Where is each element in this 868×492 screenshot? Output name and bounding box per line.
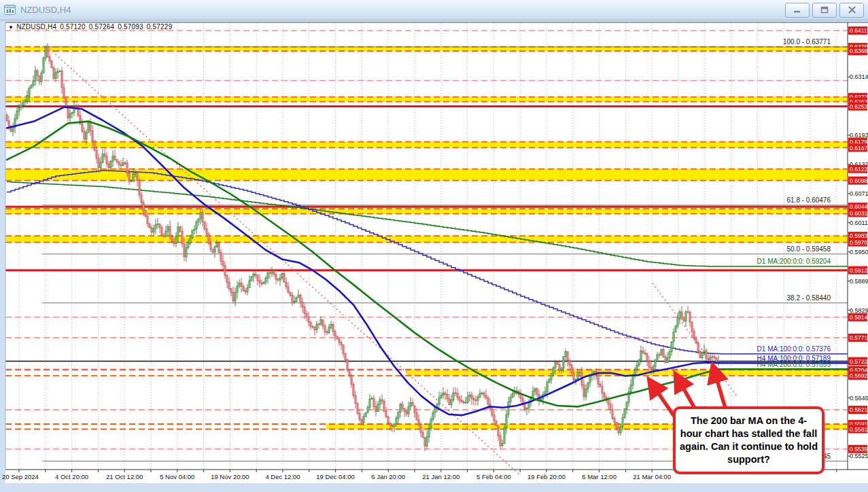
level-price-label: 0.60988 [850,177,868,184]
level-price-label: 0.57226 [850,358,868,365]
price-label: 0.63145 [850,73,868,80]
window-titlebar[interactable]: NZDUSD,H4 [0,0,868,20]
level-price-label: 0.61671 [850,145,868,152]
price-label: 0.56465 [850,395,868,402]
date-label: 19 Dec 04:00 [316,473,355,480]
date-label: 6 Mar 12:00 [582,473,617,480]
level-price-label: 0.56214 [850,406,868,413]
price-label: 0.58895 [850,278,868,285]
window-title: NZDUSD,H4 [20,5,785,15]
level-price-label: 0.62531 [850,103,868,110]
fib-label: 100.0 - 0.63771 [783,38,831,46]
plot-area[interactable] [5,22,848,470]
close-icon [848,6,856,14]
level-price-label: 0.61229 [850,166,868,173]
date-label: 19 Nov 20:00 [211,473,249,480]
ohlc-high: 0.57264 [89,23,115,31]
ohlc-symbol: NZDUSD,H4 [16,23,56,31]
chart-marker-icon: ▼ [8,24,14,31]
minimize-icon [793,7,801,13]
date-label: 6 Jan 20:00 [371,473,405,480]
level-price-label: 0.64111 [850,27,868,34]
date-label: 4 Oct 20:00 [55,473,88,480]
level-price-label: 0.56925 [850,372,868,379]
price-label: 0.60715 [850,190,868,197]
level-price-label: 0.60313 [850,210,868,217]
date-label: 21 Mar 04:00 [633,473,671,480]
date-label: 21 Oct 12:00 [106,473,143,480]
date-label: 19 Feb 20:00 [527,473,566,480]
ma-label: D1 MA:100:0:0: 0.57376 [757,345,831,353]
date-label: 5 Feb 04:00 [476,473,511,480]
level-price-label: 0.59120 [850,267,868,274]
minimize-button[interactable] [785,3,810,18]
ohlc-open: 0.57120 [60,23,86,31]
ma-label: H4 MA:200:0:0: 0.57055 [757,361,831,368]
price-label: 0.58290 [850,307,868,314]
chart-window-icon [4,5,16,15]
level-price-label: 0.58142 [850,314,868,321]
price-label: 0.60110 [850,219,868,226]
ma-label: D1 MA:200:0:0: 0.59204 [757,258,831,265]
close-button[interactable] [839,3,864,18]
ohlc-close: 0.57229 [147,23,173,31]
level-price-label: 0.55398 [850,446,868,453]
fib-label: 61.8 - 0.60476 [787,196,831,204]
level-price-label: 0.63682 [850,48,868,54]
date-label: 21 Jan 12:00 [422,473,459,480]
date-label: 4 Dec 12:00 [265,473,300,480]
fib-label: 38.2 - 0.58440 [787,294,831,302]
fib-label: 50.0 - 0.59458 [787,245,831,253]
level-price-label: 0.57716 [850,334,868,341]
date-label: 20 Sep 2024 [2,473,39,480]
price-label: 0.59500 [850,249,868,256]
date-label: 5 Nov 04:00 [160,473,194,480]
annotation-box[interactable]: The 200 bar MA on the 4-hour chart has s… [673,406,824,474]
ohlc-header: ▼NZDUSD,H40.571200.572640.570930.57229 [8,23,175,31]
ohlc-low: 0.57093 [118,23,143,31]
restore-button[interactable] [812,3,837,18]
restore-icon [820,6,829,14]
price-label: 0.55250 [850,453,868,459]
level-price-label: 0.55812 [850,426,868,433]
annotation-text: The 200 bar MA on the 4-hour chart has s… [680,415,818,467]
level-price-label: 0.59701 [850,239,868,246]
